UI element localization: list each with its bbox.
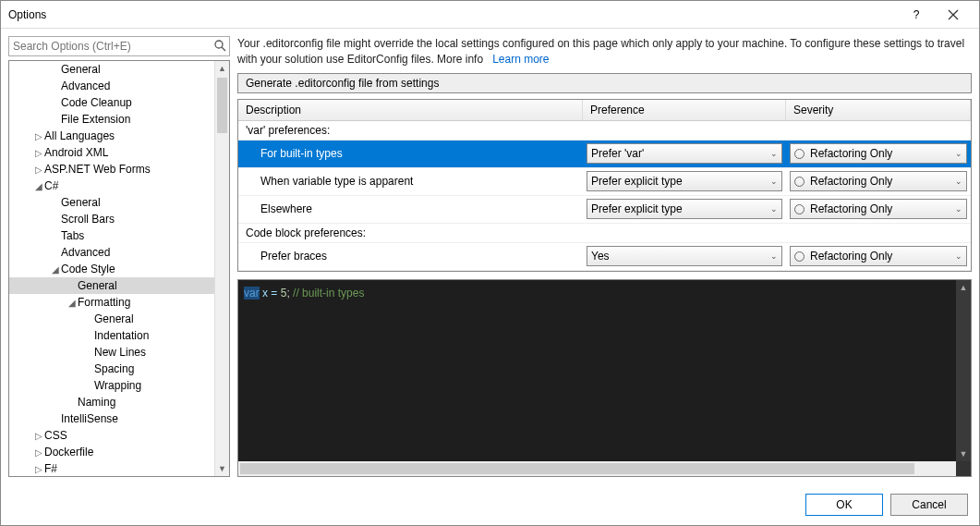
row-severity-cell: Refactoring Only⌄	[786, 197, 971, 221]
row-severity-cell: Refactoring Only⌄	[786, 141, 971, 165]
severity-dropdown[interactable]: Refactoring Only⌄	[790, 143, 967, 164]
tree-node[interactable]: Tabs	[9, 227, 214, 244]
code-comment: // built-in types	[290, 287, 365, 300]
severity-dropdown[interactable]: Refactoring Only⌄	[790, 199, 967, 219]
info-text: Your .editorconfig file might override t…	[237, 36, 972, 67]
expand-icon[interactable]: ◢	[50, 262, 61, 278]
close-icon	[948, 9, 959, 20]
row-description: Elsewhere	[238, 202, 583, 215]
svg-point-2	[215, 41, 223, 48]
expand-icon[interactable]: ▷	[33, 162, 44, 178]
row-preference-cell: Yes⌄	[583, 244, 786, 268]
generate-editorconfig-button[interactable]: Generate .editorconfig file from setting…	[237, 73, 972, 93]
row-severity-cell: Refactoring Only⌄	[786, 169, 971, 193]
tree-node[interactable]: ▷CSS	[9, 427, 214, 444]
header-description[interactable]: Description	[238, 100, 583, 120]
settings-row[interactable]: ElsewherePrefer explicit type⌄Refactorin…	[238, 196, 971, 224]
settings-grid: Description Preference Severity 'var' pr…	[237, 99, 972, 272]
header-severity[interactable]: Severity	[786, 100, 971, 120]
preview-vscroll[interactable]: ▲ ▼	[956, 280, 971, 461]
tree-node[interactable]: Advanced	[9, 78, 214, 94]
tree-node[interactable]: ◢C#	[9, 177, 214, 194]
close-button[interactable]	[935, 2, 972, 28]
tree-node-label: Naming	[78, 396, 115, 409]
tree-node[interactable]: Spacing	[9, 361, 214, 377]
scroll-thumb[interactable]	[217, 78, 227, 133]
expand-icon[interactable]: ▷	[33, 428, 44, 445]
settings-row[interactable]: For built-in typesPrefer 'var'⌄Refactori…	[238, 141, 971, 168]
scroll-up-icon[interactable]: ▲	[215, 61, 229, 76]
tree-node-label: Indentation	[94, 329, 149, 342]
tree-node[interactable]: Scroll Bars	[9, 211, 214, 227]
expand-icon[interactable]: ◢	[33, 178, 44, 195]
preference-dropdown[interactable]: Prefer explicit type⌄	[587, 199, 782, 219]
help-button[interactable]: ?	[898, 2, 935, 28]
preference-dropdown[interactable]: Prefer 'var'⌄	[587, 143, 782, 164]
tree-node-label: IntelliSense	[61, 412, 118, 425]
dropdown-value: Prefer explicit type	[591, 202, 770, 215]
tree-node[interactable]: General	[9, 194, 214, 211]
severity-dropdown[interactable]: Refactoring Only⌄	[790, 246, 967, 266]
learn-more-link[interactable]: Learn more	[492, 53, 549, 66]
tree-node[interactable]: ▷Android XML	[9, 144, 214, 161]
tree-node[interactable]: ▷All Languages	[9, 128, 214, 144]
tree-node[interactable]: General	[9, 277, 214, 294]
settings-row[interactable]: Prefer bracesYes⌄Refactoring Only⌄	[238, 243, 971, 271]
preference-dropdown[interactable]: Prefer explicit type⌄	[587, 171, 782, 191]
cancel-button[interactable]: Cancel	[890, 494, 968, 516]
preview-hscroll[interactable]	[238, 461, 971, 476]
tree-node-label: General	[61, 63, 101, 76]
scroll-up-icon[interactable]: ▲	[956, 280, 971, 295]
preference-dropdown[interactable]: Yes⌄	[587, 246, 782, 266]
svg-line-3	[222, 47, 225, 51]
tree-node-label: CSS	[44, 429, 67, 442]
dropdown-value: Prefer 'var'	[591, 147, 770, 160]
scroll-down-icon[interactable]: ▼	[956, 446, 971, 461]
tree-node[interactable]: File Extension	[9, 111, 214, 128]
tree-node-label: General	[78, 279, 117, 292]
expand-icon[interactable]: ▷	[33, 445, 44, 461]
tree-node[interactable]: ◢Code Style	[9, 261, 214, 277]
tree-node[interactable]: General	[9, 61, 214, 78]
hscroll-thumb[interactable]	[240, 463, 914, 474]
tree-node[interactable]: ▷ASP.NET Web Forms	[9, 161, 214, 177]
options-window: Options ? GeneralAdvancedCode CleanupFil…	[0, 0, 980, 526]
right-panel: Your .editorconfig file might override t…	[237, 36, 972, 477]
dialog-footer: OK Cancel	[1, 484, 979, 525]
severity-dropdown[interactable]: Refactoring Only⌄	[790, 171, 967, 191]
expand-icon[interactable]: ▷	[33, 128, 44, 145]
tree-node[interactable]: Advanced	[9, 244, 214, 261]
expand-icon[interactable]: ▷	[33, 461, 44, 476]
row-preference-cell: Prefer explicit type⌄	[583, 197, 786, 221]
tree-node-label: Formatting	[78, 296, 130, 309]
chevron-down-icon: ⌄	[955, 204, 962, 214]
chevron-down-icon: ⌄	[770, 204, 778, 214]
scroll-down-icon[interactable]: ▼	[215, 461, 229, 476]
tree-node[interactable]: Code Cleanup	[9, 94, 214, 111]
tree-scrollbar[interactable]: ▲ ▼	[214, 61, 229, 476]
search-input[interactable]	[8, 36, 230, 56]
expand-icon[interactable]: ▷	[33, 145, 44, 162]
tree-node-label: ASP.NET Web Forms	[44, 163, 151, 176]
dropdown-value: Refactoring Only	[810, 175, 955, 188]
tree-node[interactable]: General	[9, 311, 214, 327]
chevron-down-icon: ⌄	[770, 251, 778, 261]
tree-node[interactable]: IntelliSense	[9, 410, 214, 427]
tree-node[interactable]: ◢Formatting	[9, 294, 214, 311]
tree-node[interactable]: Wrapping	[9, 377, 214, 394]
dropdown-value: Prefer explicit type	[591, 175, 770, 188]
options-tree: GeneralAdvancedCode CleanupFile Extensio…	[8, 60, 230, 477]
dropdown-value: Refactoring Only	[810, 250, 955, 263]
tree-node-label: Dockerfile	[44, 446, 93, 459]
tree-node[interactable]: Naming	[9, 394, 214, 410]
header-preference[interactable]: Preference	[583, 100, 786, 120]
expand-icon[interactable]: ◢	[67, 295, 78, 312]
ok-button[interactable]: OK	[805, 494, 883, 516]
tree-node[interactable]: New Lines	[9, 344, 214, 361]
tree-node[interactable]: Indentation	[9, 327, 214, 344]
tree-node[interactable]: ▷Dockerfile	[9, 444, 214, 460]
tree-node[interactable]: ▷F#	[9, 460, 214, 476]
dropdown-value: Refactoring Only	[810, 202, 955, 215]
tree-node-label: Advanced	[61, 80, 110, 92]
settings-row[interactable]: When variable type is apparentPrefer exp…	[238, 168, 971, 196]
